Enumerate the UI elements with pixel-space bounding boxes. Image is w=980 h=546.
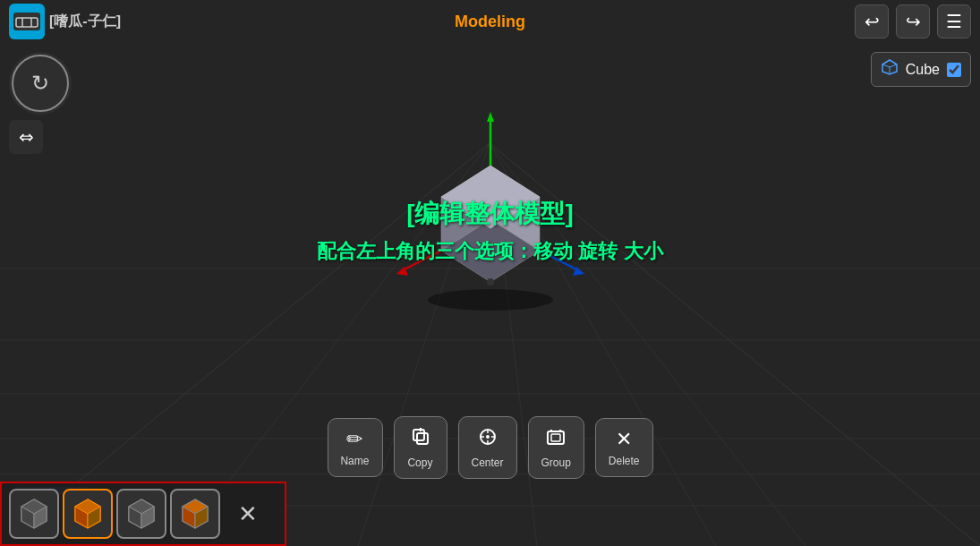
bilibili-logo	[9, 4, 45, 39]
tray-item-3[interactable]	[116, 489, 166, 539]
tray-item-1[interactable]	[9, 489, 59, 539]
top-bar: [嗜瓜-子仁] Modeling ↩ ↪ ☰	[0, 0, 980, 43]
name-label: Name	[340, 455, 369, 467]
top-right-controls: ↩ ↪ ☰	[855, 4, 971, 38]
svg-rect-36	[416, 433, 427, 444]
group-icon	[545, 426, 567, 453]
rotate-widget[interactable]: ↻	[9, 52, 72, 115]
bottom-tray: ✕	[0, 482, 286, 546]
tool-btn-copy[interactable]: Copy	[393, 416, 447, 479]
svg-line-33	[882, 64, 890, 67]
tool-btn-center[interactable]: Center	[457, 416, 516, 479]
object-name-label: Cube	[906, 62, 940, 78]
object-panel: Cube	[871, 52, 971, 87]
group-label: Group	[541, 456, 571, 469]
annotation-overlay: [编辑整体模型] 配合左上角的三个选项：移动 旋转 大小	[317, 197, 662, 265]
move-widget[interactable]: ⇔	[9, 120, 43, 154]
delete-icon: ✕	[616, 428, 632, 451]
undo-button[interactable]: ↩	[855, 4, 889, 38]
channel-title: [嗜瓜-子仁]	[49, 13, 121, 31]
object-visibility-checkbox[interactable]	[947, 63, 961, 77]
center-icon	[476, 426, 498, 453]
svg-rect-47	[551, 434, 560, 441]
tray-item-2[interactable]	[63, 489, 113, 539]
tool-btn-delete[interactable]: ✕Delete	[595, 418, 653, 477]
svg-rect-46	[548, 431, 564, 444]
svg-point-27	[487, 278, 494, 286]
copy-icon	[409, 426, 430, 453]
bottom-toolbar: ✏Name Copy Center Group✕Delete	[327, 416, 652, 479]
center-label: Center	[471, 456, 503, 469]
svg-line-34	[890, 64, 897, 67]
mode-label: Modeling	[455, 13, 525, 31]
name-icon: ✏	[346, 428, 362, 451]
copy-label: Copy	[407, 456, 432, 469]
left-controls: ↻ ⇔	[9, 52, 72, 154]
top-left-area: [嗜瓜-子仁]	[9, 4, 121, 39]
svg-point-41	[485, 435, 489, 439]
menu-button[interactable]: ☰	[937, 4, 971, 38]
svg-rect-28	[13, 13, 40, 30]
close-tray-button[interactable]: ✕	[231, 497, 265, 531]
move-icon: ⇔	[19, 126, 34, 148]
tool-btn-name[interactable]: ✏Name	[327, 418, 382, 477]
delete-label: Delete	[609, 455, 640, 467]
annotation-line1: [编辑整体模型]	[317, 197, 662, 231]
rotate-icon: ↻	[31, 71, 49, 96]
tool-btn-group[interactable]: Group	[528, 416, 584, 479]
object-cube-icon	[881, 58, 899, 81]
svg-rect-37	[413, 430, 423, 440]
redo-button[interactable]: ↪	[896, 4, 930, 38]
svg-marker-22	[487, 112, 494, 122]
svg-point-16	[428, 289, 553, 311]
tray-item-4[interactable]	[170, 489, 220, 539]
annotation-line2: 配合左上角的三个选项：移动 旋转 大小	[317, 238, 662, 265]
